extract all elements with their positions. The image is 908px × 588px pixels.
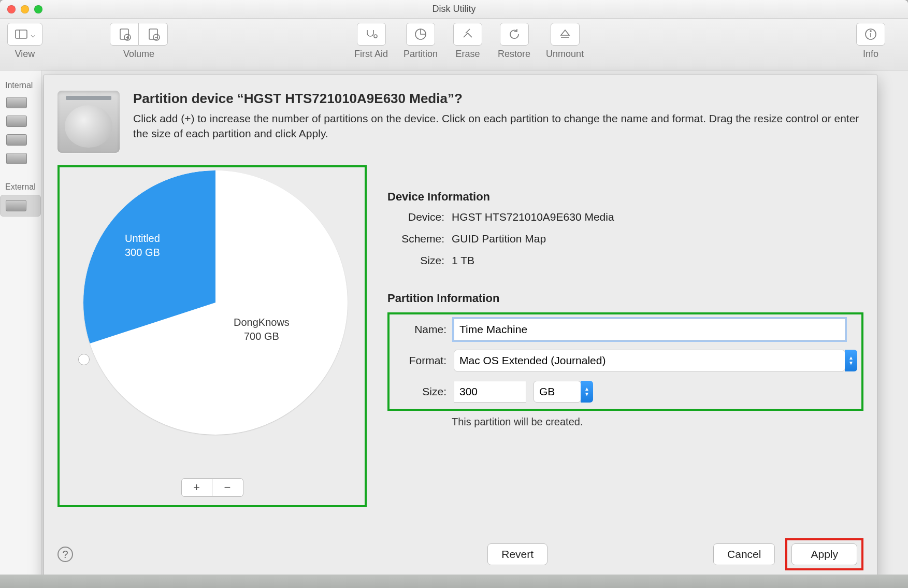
device-value: HGST HTS721010A9E630 Media xyxy=(452,211,614,223)
svg-point-9 xyxy=(374,35,377,38)
stethoscope-icon xyxy=(364,27,379,41)
format-label: Format: xyxy=(390,354,446,367)
info-button[interactable] xyxy=(856,23,885,46)
desktop-background xyxy=(0,575,908,588)
volume-remove-button[interactable] xyxy=(139,23,168,46)
size-unit-value: GB xyxy=(539,385,555,398)
revert-button[interactable]: Revert xyxy=(487,543,547,565)
erase-button[interactable] xyxy=(453,23,482,46)
pie-icon xyxy=(413,27,428,41)
volume-add-button[interactable] xyxy=(110,23,139,46)
eject-icon xyxy=(558,27,572,41)
help-button[interactable]: ? xyxy=(57,547,73,562)
partition-button[interactable] xyxy=(406,23,435,46)
view-button[interactable]: ⌵ xyxy=(7,23,42,46)
partition-size-unit-select[interactable]: GB xyxy=(534,381,581,403)
sidebar-icon xyxy=(14,27,28,41)
disk-icon xyxy=(6,97,27,108)
sidebar-item-disk[interactable] xyxy=(0,149,41,168)
sheet-title: Partition device “HGST HTS721010A9E630 M… xyxy=(133,91,863,107)
partition-name-input[interactable] xyxy=(454,319,845,340)
volume-add-icon xyxy=(117,27,132,41)
device-info-heading: Device Information xyxy=(387,190,863,204)
partition-pie[interactable]: Untitled300 GB DongKnows700 GB xyxy=(83,170,348,435)
unmount-label: Unmount xyxy=(546,49,584,60)
erase-icon xyxy=(460,27,475,41)
toolbar: ⌵ View Volume First Aid Partition xyxy=(0,19,908,70)
pie-label-dongknows: DongKnows700 GB xyxy=(234,315,290,343)
chevron-updown-icon[interactable]: ▲▼ xyxy=(581,381,593,403)
disk-icon xyxy=(6,116,27,127)
partition-status-note: This partition will be created. xyxy=(452,416,863,428)
disk-icon xyxy=(6,134,27,146)
info-icon xyxy=(863,27,878,41)
devsize-value: 1 TB xyxy=(452,254,474,267)
volume-remove-icon xyxy=(146,27,161,41)
view-label: View xyxy=(15,49,35,60)
restore-icon xyxy=(507,27,522,41)
sidebar-heading-internal: Internal xyxy=(0,77,41,93)
format-value: Mac OS Extended (Journaled) xyxy=(459,354,606,367)
name-label: Name: xyxy=(390,323,446,336)
pie-resize-handle[interactable] xyxy=(78,354,90,365)
devsize-label: Size: xyxy=(387,254,444,267)
sidebar-item-disk[interactable] xyxy=(0,93,41,112)
first-aid-label: First Aid xyxy=(354,49,388,60)
partition-info-heading: Partition Information xyxy=(387,292,863,305)
pie-label-untitled: Untitled300 GB xyxy=(125,232,160,260)
sidebar-item-disk[interactable] xyxy=(0,112,41,131)
partition-sheet: Partition device “HGST HTS721010A9E630 M… xyxy=(44,75,877,582)
sidebar-heading-external: External xyxy=(0,178,41,195)
sidebar-item-disk-selected[interactable] xyxy=(0,195,41,217)
scheme-label: Scheme: xyxy=(387,233,444,245)
partition-pie-panel: Untitled300 GB DongKnows700 GB + − xyxy=(57,165,367,507)
add-partition-button[interactable]: + xyxy=(181,478,212,497)
titlebar: Disk Utility xyxy=(0,0,908,19)
chevron-updown-icon[interactable]: ▲▼ xyxy=(845,350,857,371)
unmount-button[interactable] xyxy=(551,23,580,46)
partition-label: Partition xyxy=(403,49,438,60)
device-label: Device: xyxy=(387,211,444,223)
zoom-icon[interactable] xyxy=(34,5,42,13)
minimize-icon[interactable] xyxy=(21,5,29,13)
erase-label: Erase xyxy=(456,49,480,60)
sidebar: Internal External xyxy=(0,70,41,588)
size-label: Size: xyxy=(390,385,446,398)
partition-form-highlight: Name: Format: Mac OS Extended (Journaled… xyxy=(387,312,863,411)
disk-icon xyxy=(6,153,27,164)
first-aid-button[interactable] xyxy=(357,23,386,46)
hard-drive-icon xyxy=(57,91,120,153)
sheet-description: Click add (+) to increase the number of … xyxy=(133,111,863,141)
close-icon[interactable] xyxy=(7,5,16,13)
disk-utility-window: Disk Utility ⌵ View Volume xyxy=(0,0,908,588)
window-title: Disk Utility xyxy=(433,4,476,15)
svg-rect-0 xyxy=(16,30,27,38)
apply-button[interactable]: Apply xyxy=(791,543,857,565)
disk-icon xyxy=(6,200,26,211)
info-label: Info xyxy=(863,49,878,60)
svg-point-14 xyxy=(870,31,871,32)
remove-partition-button[interactable]: − xyxy=(212,478,243,497)
sidebar-item-disk[interactable] xyxy=(0,131,41,149)
partition-size-input[interactable] xyxy=(454,381,526,403)
apply-highlight: Apply xyxy=(785,538,863,570)
partition-format-select[interactable]: Mac OS Extended (Journaled) xyxy=(454,350,845,371)
scheme-value: GUID Partition Map xyxy=(452,233,546,245)
cancel-button[interactable]: Cancel xyxy=(713,543,775,565)
volume-label: Volume xyxy=(123,49,154,60)
restore-button[interactable] xyxy=(500,23,529,46)
restore-label: Restore xyxy=(498,49,530,60)
